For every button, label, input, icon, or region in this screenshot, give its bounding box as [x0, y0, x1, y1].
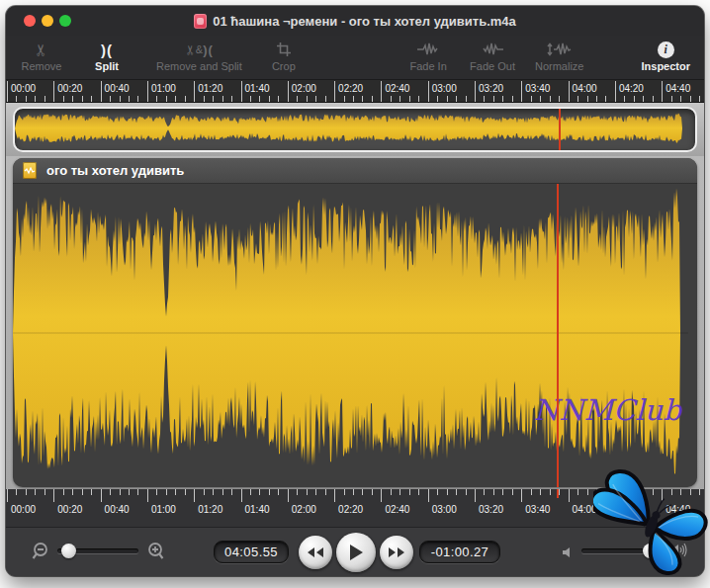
- fade-out-button[interactable]: Fade Out: [470, 40, 515, 72]
- ruler-minor-tick: [44, 489, 45, 495]
- ruler-label: 03:20: [479, 504, 503, 515]
- track-title: ого ты хотел удивить: [46, 163, 184, 178]
- remove-and-split-button[interactable]: ✂&)( Remove and Split: [156, 40, 242, 72]
- close-button[interactable]: [24, 15, 36, 27]
- zoom-slider[interactable]: [57, 548, 138, 553]
- ruler-minor-tick: [307, 96, 308, 102]
- ruler-minor-tick: [362, 96, 363, 102]
- ruler-minor-tick: [278, 96, 279, 102]
- remaining-time-display[interactable]: -01:00.27: [419, 541, 500, 563]
- ruler-minor-tick: [166, 96, 167, 102]
- zoom-in-icon[interactable]: [146, 542, 166, 566]
- ruler-label: 00:20: [57, 83, 82, 94]
- ruler-minor-tick: [418, 489, 419, 495]
- ruler-minor-tick: [624, 489, 625, 495]
- split-icon: )(: [101, 40, 113, 59]
- inspector-button[interactable]: i Inspector: [641, 40, 690, 72]
- waveform-view[interactable]: NNMClub: [13, 184, 697, 487]
- volume-max-icon[interactable]: [670, 543, 688, 561]
- overview-playhead[interactable]: [559, 109, 561, 150]
- ruler-minor-tick: [16, 489, 17, 495]
- remove-and-split-icon: ✂&)(: [185, 40, 214, 59]
- ruler-minor-tick: [362, 489, 363, 495]
- ruler-minor-tick: [315, 96, 316, 102]
- zoom-out-icon[interactable]: [32, 542, 51, 566]
- ruler-minor-tick: [185, 96, 186, 102]
- ruler-minor-tick: [222, 96, 223, 102]
- ruler-label: 04:00: [573, 83, 597, 94]
- split-button[interactable]: )( Split: [85, 40, 129, 72]
- overview-waveform[interactable]: [13, 107, 697, 152]
- play-button[interactable]: [336, 533, 376, 572]
- toolbar: ✂ Remove )( Split ✂&)( Remove and Split …: [6, 36, 704, 80]
- timeline-ruler-bottom[interactable]: 00:0000:2000:4001:0001:2001:4002:0002:20…: [6, 489, 704, 527]
- ruler-label: 02:40: [385, 83, 409, 94]
- ruler-minor-tick: [315, 489, 316, 495]
- ruler-minor-tick: [353, 489, 354, 495]
- ruler-label: 03:00: [432, 83, 457, 94]
- timeline-ruler-top[interactable]: 00:0000:2000:4001:0001:2001:4002:0002:20…: [6, 80, 704, 103]
- minimize-button[interactable]: [42, 15, 53, 27]
- ruler-major-tick: [53, 81, 54, 102]
- remove-button[interactable]: ✂ Remove: [20, 40, 63, 72]
- ruler-minor-tick: [129, 489, 130, 495]
- ruler-minor-tick: [643, 96, 644, 102]
- waveform-graphic: [13, 184, 697, 487]
- ruler-minor-tick: [185, 489, 186, 495]
- ruler-minor-tick: [63, 489, 64, 495]
- ruler-minor-tick: [418, 96, 419, 102]
- ruler-minor-tick: [577, 96, 578, 102]
- overview-waveform-graphic: [15, 111, 695, 150]
- ruler-minor-tick: [437, 96, 438, 102]
- ruler-major-tick: [7, 489, 8, 502]
- ruler-major-tick: [241, 81, 242, 102]
- ruler-minor-tick: [540, 489, 541, 495]
- zoom-button[interactable]: [59, 15, 71, 27]
- zoom-slider-knob[interactable]: [61, 544, 76, 558]
- normalize-button[interactable]: Normalize: [535, 40, 584, 72]
- volume-slider[interactable]: [581, 548, 661, 553]
- ruler-major-tick: [428, 489, 429, 502]
- audio-file-icon: [23, 162, 37, 179]
- fade-in-button[interactable]: Fade In: [406, 40, 450, 72]
- ruler-minor-tick: [213, 96, 214, 102]
- ruler-minor-tick: [447, 96, 448, 102]
- ruler-minor-tick: [231, 96, 232, 102]
- ruler-minor-tick: [325, 489, 326, 495]
- ruler-major-tick: [569, 489, 570, 502]
- ruler-minor-tick: [680, 96, 681, 102]
- ruler-major-tick: [147, 489, 148, 502]
- crop-button[interactable]: Crop: [262, 40, 306, 72]
- ruler-minor-tick: [399, 96, 400, 102]
- rewind-button[interactable]: [299, 536, 332, 569]
- normalize-icon: [547, 40, 573, 59]
- ruler-label: 02:00: [292, 83, 316, 94]
- ruler-minor-tick: [166, 489, 167, 495]
- volume-min-icon[interactable]: [562, 545, 574, 562]
- ruler-label: 01:20: [198, 83, 222, 94]
- ruler-minor-tick: [447, 489, 448, 495]
- ruler-major-tick: [101, 81, 102, 102]
- fade-in-icon: [416, 40, 440, 59]
- ruler-minor-tick: [391, 96, 392, 102]
- ruler-label: 01:40: [245, 504, 270, 515]
- fast-forward-icon: [388, 546, 405, 558]
- elapsed-time-display[interactable]: 04:05.55: [214, 541, 289, 563]
- ruler-minor-tick: [156, 489, 157, 495]
- ruler-major-tick: [662, 81, 663, 102]
- ruler-label: 04:40: [666, 504, 690, 515]
- ruler-major-tick: [147, 81, 148, 102]
- ruler-minor-tick: [577, 489, 578, 495]
- playhead[interactable]: [557, 184, 559, 487]
- track-header[interactable]: ого ты хотел удивить: [13, 158, 697, 184]
- ruler-minor-tick: [297, 96, 298, 102]
- ruler-minor-tick: [26, 489, 27, 495]
- ruler-minor-tick: [259, 96, 260, 102]
- fast-forward-button[interactable]: [380, 536, 413, 569]
- ruler-minor-tick: [493, 489, 494, 495]
- ruler-label: 04:40: [666, 83, 690, 94]
- ruler-minor-tick: [91, 96, 92, 102]
- transport-bar: 04:05.55 -01:00.27: [6, 527, 704, 576]
- volume-slider-knob[interactable]: [643, 544, 658, 558]
- ruler-minor-tick: [44, 96, 45, 102]
